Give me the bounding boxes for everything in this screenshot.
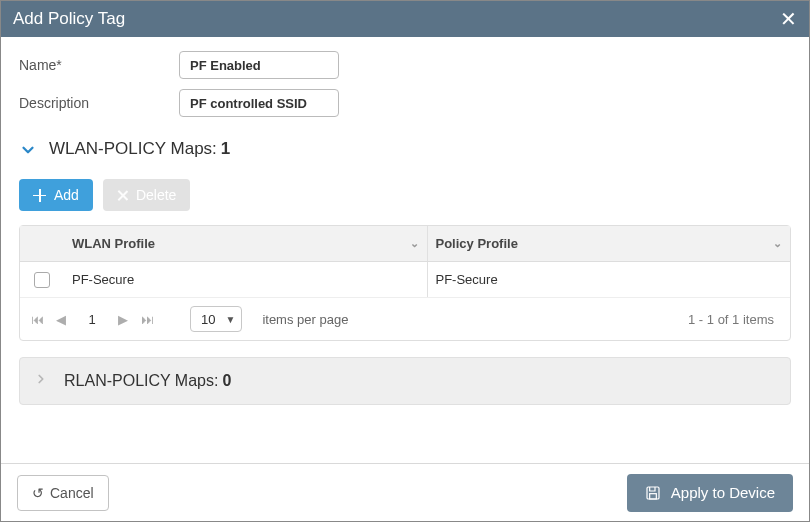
modal-body: Name* Description WLAN-POLICY Maps: 1 Ad… <box>1 37 809 463</box>
per-page-label: items per page <box>262 312 348 327</box>
description-label: Description <box>19 95 179 111</box>
wlan-policy-table: WLAN Profile ⌄ Policy Profile ⌄ PF-Secur… <box>19 225 791 341</box>
column-checkbox <box>20 226 64 261</box>
wlan-policy-count: 1 <box>221 139 230 159</box>
pager-current: 1 <box>78 312 106 327</box>
add-button[interactable]: Add <box>19 179 93 211</box>
description-input[interactable] <box>179 89 339 117</box>
sort-icon: ⌄ <box>410 237 419 250</box>
pager: ⏮ ◀ 1 ▶ ⏭ 10 ▼ items per page 1 - 1 of 1… <box>20 298 790 340</box>
description-row: Description <box>19 89 791 117</box>
wlan-policy-header[interactable]: WLAN-POLICY Maps: 1 <box>19 139 791 159</box>
chevron-right-icon <box>34 372 48 390</box>
rlan-policy-title: RLAN-POLICY Maps: <box>64 372 218 390</box>
svg-rect-1 <box>649 493 656 498</box>
pager-controls: ⏮ ◀ 1 ▶ ⏭ 10 ▼ items per page <box>30 306 348 332</box>
close-icon <box>117 190 128 201</box>
apply-button[interactable]: Apply to Device <box>627 474 793 512</box>
cancel-button[interactable]: ↺ Cancel <box>17 475 109 511</box>
plus-icon <box>33 189 46 202</box>
pager-range: 1 - 1 of 1 items <box>688 312 774 327</box>
table-row[interactable]: PF-Secure PF-Secure <box>20 262 790 298</box>
rlan-policy-count: 0 <box>222 372 231 390</box>
name-input[interactable] <box>179 51 339 79</box>
pager-prev-icon[interactable]: ◀ <box>54 312 68 327</box>
apply-label: Apply to Device <box>671 484 775 501</box>
undo-icon: ↺ <box>32 485 44 501</box>
svg-rect-0 <box>647 487 659 499</box>
add-button-label: Add <box>54 187 79 203</box>
modal-title: Add Policy Tag <box>13 9 125 29</box>
modal-footer: ↺ Cancel Apply to Device <box>1 463 809 521</box>
row-checkbox-cell <box>20 262 64 297</box>
pager-first-icon[interactable]: ⏮ <box>30 312 44 327</box>
name-label: Name* <box>19 57 179 73</box>
caret-down-icon: ▼ <box>225 314 235 325</box>
pager-next-icon[interactable]: ▶ <box>116 312 130 327</box>
row-checkbox[interactable] <box>34 272 50 288</box>
close-icon[interactable]: ✕ <box>780 9 797 29</box>
table-body: PF-Secure PF-Secure <box>20 262 790 298</box>
save-icon <box>645 485 661 501</box>
column-policy-profile[interactable]: Policy Profile ⌄ <box>428 226 791 261</box>
chevron-down-icon <box>19 141 35 157</box>
wlan-policy-title: WLAN-POLICY Maps: <box>49 139 217 159</box>
name-row: Name* <box>19 51 791 79</box>
modal-header: Add Policy Tag ✕ <box>1 1 809 37</box>
delete-button-label: Delete <box>136 187 176 203</box>
rlan-policy-header[interactable]: RLAN-POLICY Maps: 0 <box>19 357 791 405</box>
pager-last-icon[interactable]: ⏭ <box>140 312 154 327</box>
page-size-select[interactable]: 10 ▼ <box>190 306 242 332</box>
wlan-actions: Add Delete <box>19 179 791 211</box>
cancel-label: Cancel <box>50 485 94 501</box>
cell-wlan-profile: PF-Secure <box>64 262 428 297</box>
column-wlan-profile[interactable]: WLAN Profile ⌄ <box>64 226 428 261</box>
sort-icon: ⌄ <box>773 237 782 250</box>
delete-button[interactable]: Delete <box>103 179 190 211</box>
wlan-policy-section: WLAN-POLICY Maps: 1 Add Delete WLAN Prof <box>19 139 791 341</box>
table-header: WLAN Profile ⌄ Policy Profile ⌄ <box>20 226 790 262</box>
page-size-value: 10 <box>201 312 215 327</box>
cell-policy-profile: PF-Secure <box>428 262 791 297</box>
add-policy-tag-modal: Add Policy Tag ✕ Name* Description WLAN-… <box>0 0 810 522</box>
